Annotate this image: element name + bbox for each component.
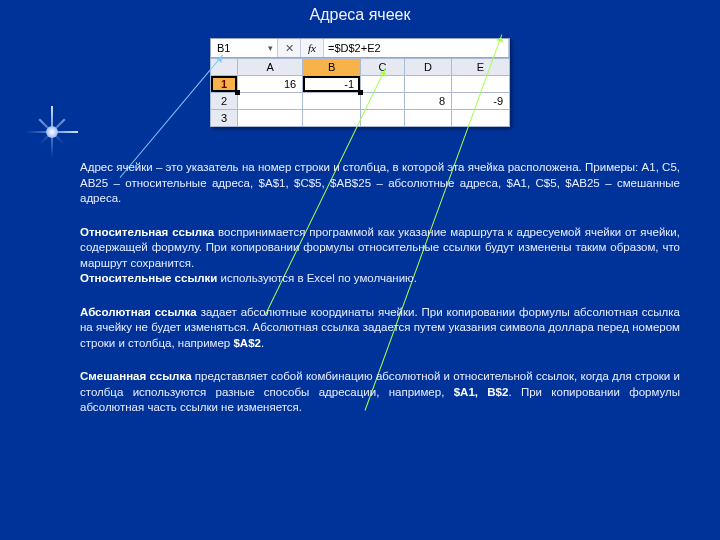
cell-B1[interactable]: -1: [303, 76, 361, 93]
col-header[interactable]: D: [404, 59, 451, 76]
row-header[interactable]: 3: [211, 110, 238, 127]
text-body: Адрес ячейки – это указатель на номер ст…: [80, 160, 680, 434]
cell-E2[interactable]: -9: [452, 93, 510, 110]
cell-C3[interactable]: [361, 110, 405, 127]
para-relative: Относительная ссылка воспринимается прог…: [80, 225, 680, 287]
corner-cell[interactable]: [211, 59, 238, 76]
cell-A1[interactable]: 16: [238, 76, 303, 93]
term-relative: Относительная ссылка: [80, 226, 214, 238]
formula-bar: B1 ✕ fx =$D$2+E2: [210, 38, 510, 58]
fx-icon[interactable]: fx: [301, 39, 324, 57]
slide-title: Адреса ячеек: [0, 6, 720, 24]
cell-D1[interactable]: [404, 76, 451, 93]
cell-D3[interactable]: [404, 110, 451, 127]
col-header[interactable]: A: [238, 59, 303, 76]
example-absolute: $A$2: [233, 337, 261, 349]
slide: Адреса ячеек B1 ✕ fx =$D$2+E2 A B C D E …: [0, 0, 720, 540]
cell-A3[interactable]: [238, 110, 303, 127]
excel-snippet: B1 ✕ fx =$D$2+E2 A B C D E 1 16 -1: [210, 38, 510, 127]
example-mixed: $A1, B$2: [454, 386, 509, 398]
para-definition: Адрес ячейки – это указатель на номер ст…: [80, 160, 680, 207]
cancel-icon[interactable]: ✕: [278, 39, 301, 57]
para-mixed: Смешанная ссылка представляет собой комб…: [80, 369, 680, 416]
row-header[interactable]: 2: [211, 93, 238, 110]
row-header[interactable]: 1: [211, 76, 238, 93]
term-mixed: Смешанная ссылка: [80, 370, 192, 382]
cell-C1[interactable]: [361, 76, 405, 93]
formula-value[interactable]: =$D$2+E2: [324, 39, 509, 57]
cell-B2[interactable]: [303, 93, 361, 110]
term-absolute: Абсолютная ссылка: [80, 306, 197, 318]
cell-B3[interactable]: [303, 110, 361, 127]
cell-E3[interactable]: [452, 110, 510, 127]
star-decoration: [32, 112, 72, 152]
col-header[interactable]: E: [452, 59, 510, 76]
cell-D2[interactable]: 8: [404, 93, 451, 110]
col-header[interactable]: B: [303, 59, 361, 76]
cell-A2[interactable]: [238, 93, 303, 110]
term-relative-default: Относительные ссылки: [80, 272, 217, 284]
para-absolute: Абсолютная ссылка задает абсолютные коор…: [80, 305, 680, 352]
